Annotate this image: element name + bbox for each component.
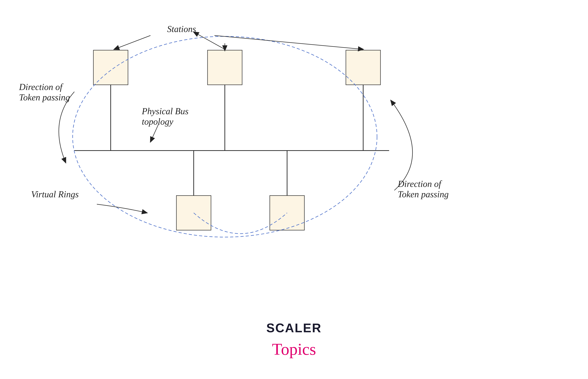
arrow-token-left <box>59 92 74 163</box>
arrow-stations-3 <box>214 35 363 49</box>
virtual-rings-label: Virtual Rings <box>31 189 79 199</box>
arrow-token-right <box>391 100 412 190</box>
direction-token-right-2: Token passing <box>398 189 449 199</box>
direction-token-right-1: Direction of <box>398 179 442 189</box>
diagram-container: Stations Physical Bus topology Direction… <box>0 0 588 379</box>
direction-token-left-1: Direction of <box>19 82 63 92</box>
arrow-stations-2 <box>194 32 225 49</box>
arrow-virtual-rings <box>97 204 147 213</box>
station-2 <box>208 50 242 85</box>
brand-scaler: SCALER <box>266 321 322 335</box>
stations-label: Stations <box>167 24 196 34</box>
physical-bus-label-1: Physical Bus <box>142 106 189 116</box>
physical-bus-label-2: topology <box>142 117 173 126</box>
arrow-stations-1 <box>114 35 151 49</box>
station-3 <box>346 50 380 85</box>
station-1 <box>93 50 128 85</box>
direction-token-left-2: Token passing <box>19 93 70 102</box>
brand-topics: Topics <box>272 340 316 358</box>
